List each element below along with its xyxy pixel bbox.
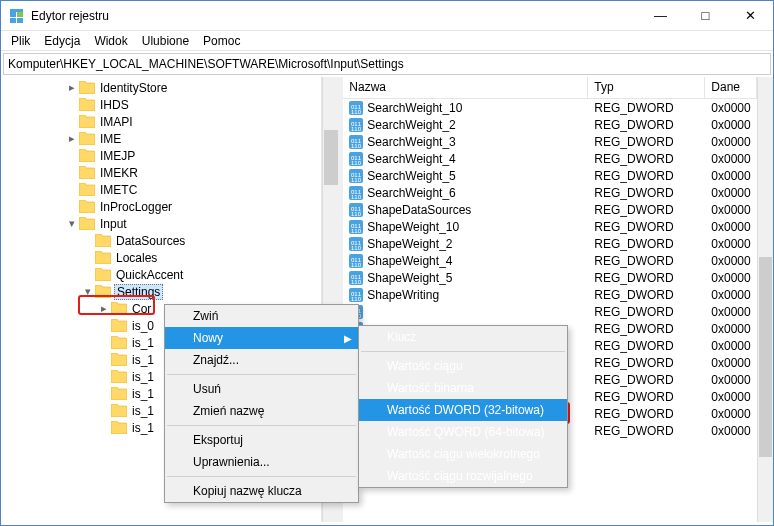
tree-node[interactable]: IMEJP	[1, 147, 321, 164]
address-bar[interactable]: Komputer\HKEY_LOCAL_MACHINE\SOFTWARE\Mic…	[3, 53, 771, 75]
list-row[interactable]: SearchWeight_6REG_DWORD0x0000	[343, 184, 756, 201]
minimize-button[interactable]: —	[638, 1, 683, 30]
tree-toggle-icon[interactable]: ▸	[97, 302, 111, 315]
tree-label[interactable]: Input	[98, 217, 129, 231]
maximize-button[interactable]: □	[683, 1, 728, 30]
folder-icon	[95, 234, 111, 247]
context-item[interactable]: Nowy▶KluczWartość ciąguWartość binarnaWa…	[165, 327, 358, 349]
tree-label[interactable]: Cor	[130, 302, 153, 316]
tree-label[interactable]: Locales	[114, 251, 159, 265]
list-row[interactable]: ShapeWritingREG_DWORD0x0000	[343, 286, 756, 303]
reg-binary-icon	[349, 271, 363, 285]
folder-icon	[95, 285, 111, 298]
folder-icon	[95, 268, 111, 281]
tree-label[interactable]: IdentityStore	[98, 81, 169, 95]
tree-toggle-icon[interactable]: ▾	[65, 217, 79, 230]
tree-label[interactable]: Settings	[114, 284, 163, 300]
list-row[interactable]: ShapeWeight_2REG_DWORD0x0000	[343, 235, 756, 252]
context-item[interactable]: Kopiuj nazwę klucza	[165, 480, 358, 502]
menu-plik[interactable]: Plik	[5, 32, 36, 50]
tree-label[interactable]: InProcLogger	[98, 200, 174, 214]
tree-node[interactable]: IMAPI	[1, 113, 321, 130]
folder-icon	[79, 217, 95, 230]
menubar: PlikEdycjaWidokUlubionePomoc	[1, 31, 773, 51]
tree-label[interactable]: IMAPI	[98, 115, 135, 129]
tree-node[interactable]: IHDS	[1, 96, 321, 113]
submenu-item[interactable]: Wartość binarna	[359, 377, 567, 399]
column-data[interactable]: Dane	[705, 77, 756, 98]
folder-icon	[111, 421, 127, 434]
submenu-item[interactable]: Wartość QWORD (64-bitowa)	[359, 421, 567, 443]
tree-label[interactable]: QuickAccent	[114, 268, 185, 282]
tree-label[interactable]: IMETC	[98, 183, 139, 197]
list-row[interactable]: SearchWeight_4REG_DWORD0x0000	[343, 150, 756, 167]
reg-binary-icon	[349, 237, 363, 251]
context-item[interactable]: Znajdź...	[165, 349, 358, 371]
tree-toggle-icon[interactable]: ▾	[81, 285, 95, 298]
tree-label[interactable]: IME	[98, 132, 123, 146]
list-row[interactable]: ShapeWeight_5REG_DWORD0x0000	[343, 269, 756, 286]
menu-pomoc[interactable]: Pomoc	[197, 32, 246, 50]
tree-node[interactable]: ▾Input	[1, 215, 321, 232]
submenu-item[interactable]: Wartość DWORD (32-bitowa)	[359, 399, 567, 421]
column-type[interactable]: Typ	[588, 77, 705, 98]
tree-node[interactable]: QuickAccent	[1, 266, 321, 283]
submenu-item[interactable]: Klucz	[359, 326, 567, 348]
menu-ulubione[interactable]: Ulubione	[136, 32, 195, 50]
tree-node[interactable]: DataSources	[1, 232, 321, 249]
tree-label[interactable]: is_0	[130, 319, 156, 333]
submenu-item[interactable]: Wartość ciągu wielokrotnego	[359, 443, 567, 465]
tree-label[interactable]: is_1	[130, 370, 156, 384]
tree-toggle-icon[interactable]: ▸	[65, 132, 79, 145]
tree-label[interactable]: is_1	[130, 353, 156, 367]
list-header: Nazwa Typ Dane	[343, 77, 756, 99]
tree-label[interactable]: is_1	[130, 387, 156, 401]
tree-node[interactable]: IMEKR	[1, 164, 321, 181]
tree-node[interactable]: InProcLogger	[1, 198, 321, 215]
tree-label[interactable]: is_1	[130, 421, 156, 435]
reg-binary-icon	[349, 186, 363, 200]
list-row[interactable]: SearchWeight_3REG_DWORD0x0000	[343, 133, 756, 150]
list-row[interactable]: REG_DWORD0x0000	[343, 303, 756, 320]
folder-icon	[79, 183, 95, 196]
tree-label[interactable]: is_1	[130, 404, 156, 418]
submenu-item[interactable]: Wartość ciągu rozwijalnego	[359, 465, 567, 487]
tree-label[interactable]: is_1	[130, 336, 156, 350]
context-item[interactable]: Eksportuj	[165, 429, 358, 451]
tree-node[interactable]: IMETC	[1, 181, 321, 198]
tree-label[interactable]: IMEJP	[98, 149, 137, 163]
list-row[interactable]: SearchWeight_10REG_DWORD0x0000	[343, 99, 756, 116]
list-row[interactable]: ShapeWeight_4REG_DWORD0x0000	[343, 252, 756, 269]
reg-binary-icon	[349, 152, 363, 166]
submenu-item[interactable]: Wartość ciągu	[359, 355, 567, 377]
reg-binary-icon	[349, 169, 363, 183]
context-item[interactable]: Zmień nazwę	[165, 400, 358, 422]
close-button[interactable]: ✕	[728, 1, 773, 30]
list-row[interactable]: SearchWeight_5REG_DWORD0x0000	[343, 167, 756, 184]
tree-label[interactable]: IMEKR	[98, 166, 140, 180]
regedit-icon	[9, 8, 25, 24]
folder-icon	[111, 319, 127, 332]
column-name[interactable]: Nazwa	[343, 77, 588, 98]
context-menu: ZwińNowy▶KluczWartość ciąguWartość binar…	[164, 304, 359, 503]
context-item[interactable]: Zwiń	[165, 305, 358, 327]
list-scrollbar[interactable]	[757, 77, 773, 522]
list-row[interactable]: ShapeDataSourcesREG_DWORD0x0000	[343, 201, 756, 218]
menu-edycja[interactable]: Edycja	[38, 32, 86, 50]
folder-icon	[111, 302, 127, 315]
list-row[interactable]: SearchWeight_2REG_DWORD0x0000	[343, 116, 756, 133]
reg-binary-icon	[349, 288, 363, 302]
folder-icon	[111, 353, 127, 366]
context-item[interactable]: Usuń	[165, 378, 358, 400]
reg-binary-icon	[349, 135, 363, 149]
tree-label[interactable]: DataSources	[114, 234, 187, 248]
list-row[interactable]: ShapeWeight_10REG_DWORD0x0000	[343, 218, 756, 235]
tree-node[interactable]: Locales	[1, 249, 321, 266]
tree-node[interactable]: ▸IME	[1, 130, 321, 147]
context-item[interactable]: Uprawnienia...	[165, 451, 358, 473]
tree-label[interactable]: IHDS	[98, 98, 131, 112]
tree-toggle-icon[interactable]: ▸	[65, 81, 79, 94]
menu-widok[interactable]: Widok	[88, 32, 133, 50]
tree-node[interactable]: ▾Settings	[1, 283, 321, 300]
tree-node[interactable]: ▸IdentityStore	[1, 79, 321, 96]
